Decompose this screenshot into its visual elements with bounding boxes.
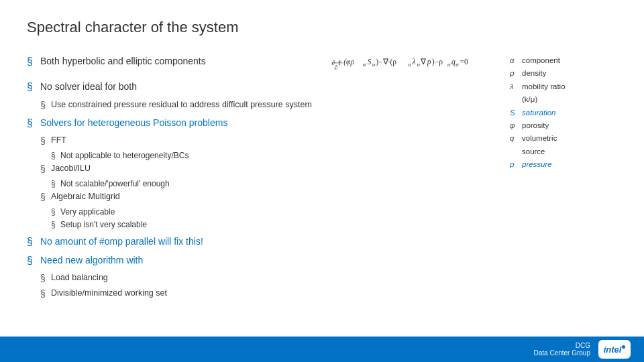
bullet-text-5b: Divisible/minimized working set [51,288,167,300]
bullet-5b: § Divisible/minimized working set [40,288,496,300]
bullet-marker-3b1: § [51,178,60,190]
legend-phi: φ porosity [510,119,617,131]
bullet-marker-3c2: § [51,219,60,231]
bullet-text-2a: Use constrained pressure residual to add… [51,99,312,111]
legend-key-phi: φ [510,119,519,131]
legend-alpha: α component [510,54,617,66]
intel-logo: intel [598,340,631,359]
intel-logo-text: intel [604,345,622,355]
bullet-text-1: Both hyperbolic and elliptic components [40,55,206,68]
legend-label-lambda: mobility ratio [522,80,566,93]
bullet-text-3b1: Not scalable/'powerful' enough [60,178,170,190]
bullet-text-5a: Load balancing [51,272,108,284]
bullet-text-5: Need new algorithm with [40,254,143,267]
svg-text:S: S [368,58,372,66]
equation-svg: ∂ ∂ t (φρ α S o )−∇·(ρ α λ α ∇ p )−ρ [322,51,496,72]
legend-key-alpha: α [510,54,519,66]
legend-source: source [510,145,617,158]
intel-dot-icon [622,345,625,349]
bullet-marker-4: § [27,235,39,248]
footer: DCG Data Center Group intel [0,337,644,362]
footer-text: DCG Data Center Group [534,342,591,357]
legend-label-source: source [522,145,545,158]
main-content: § Both hyperbolic and elliptic component… [27,51,496,302]
legend-label-p: pressure [522,158,552,170]
bullet-text-3c: Algebraic Multigrid [51,191,120,203]
sidebar-legend: α component ρ density λ mobility ratio (… [510,51,617,302]
legend-label-kmu: (k/μ) [522,93,537,105]
bullet-3c2: § Setup isn't very scalable [51,219,496,231]
svg-text:(φρ: (φρ [343,58,354,66]
bullet-marker-3: § [27,117,39,129]
bullet-3b: § Jacobi/ILU [40,163,496,175]
legend-key-kmu [510,93,519,105]
bullet-4: § No amount of #omp parallel will fix th… [27,235,496,249]
bullet-marker-3c1: § [51,206,60,218]
legend-kmu: (k/μ) [510,93,617,105]
legend-lambda: λ mobility ratio [510,80,617,93]
bullet-text-3a: FFT [51,135,66,147]
bullet-1: § Both hyperbolic and elliptic component… [27,55,317,68]
bullet-text-3: Solvers for heterogeneous Poisson proble… [40,117,227,130]
bullet-marker-3c: § [40,191,51,203]
slide-title: Spectral character of the system [27,19,617,36]
bullet-2: § No solver ideal for both [27,80,496,94]
svg-text:=0: =0 [460,58,469,66]
bullet-text-3a1: Not applicable to heterogeneity/BCs [60,150,189,162]
legend-label-rho: density [522,67,546,79]
bullet-1-row: § Both hyperbolic and elliptic component… [27,51,496,72]
svg-text:o: o [372,61,376,68]
bullet-marker-5b: § [40,288,51,300]
slide: Spectral character of the system § Both … [0,0,644,362]
legend-label-s: saturation [522,107,556,119]
legend-key-q: q [510,132,519,144]
legend-label-q: volumetric [522,132,557,144]
svg-text:p: p [427,58,431,66]
bullet-3c1: § Very applicable [51,206,496,218]
svg-text:λ: λ [411,58,415,66]
legend-q: q volumetric [510,132,617,144]
svg-text:)−∇·(ρ: )−∇·(ρ [376,58,396,66]
bullet-text-3c2: Setup isn't very scalable [60,219,147,231]
bullet-5a: § Load balancing [40,272,496,284]
bullet-3b1: § Not scalable/'powerful' enough [51,178,496,190]
bullet-text-4: No amount of #omp parallel will fix this… [40,235,203,249]
bullet-marker-5: § [27,254,39,267]
footer-full-name: Data Center Group [534,349,591,357]
svg-text:α: α [408,61,411,68]
bullet-marker-3a1: § [51,150,60,162]
bullet-marker-3b: § [40,163,51,175]
legend-key-s: S [510,107,519,119]
bullet-3a1: § Not applicable to heterogeneity/BCs [51,150,496,162]
legend-s: S saturation [510,107,617,119]
bullet-3a: § FFT [40,135,496,147]
svg-text:)−ρ: )−ρ [432,58,443,66]
bullet-5: § Need new algorithm with [27,254,496,267]
bullet-2a: § Use constrained pressure residual to a… [40,99,496,111]
svg-text:α: α [417,61,421,68]
legend-label-phi: porosity [522,119,549,131]
bullet-marker-3a: § [40,135,51,147]
legend-key-source [510,145,519,158]
legend-rho: ρ density [510,67,617,79]
legend-key-p: p [510,158,519,170]
svg-text:∇: ∇ [420,58,427,66]
svg-text:α: α [455,61,459,68]
svg-text:α: α [447,61,451,68]
bullet-text-3b: Jacobi/ILU [51,163,91,175]
legend-label-alpha: component [522,54,560,66]
legend-key-rho: ρ [510,67,519,79]
content-area: § Both hyperbolic and elliptic component… [27,51,617,302]
bullet-marker-2a: § [40,99,51,111]
legend-key-lambda: λ [510,80,519,93]
svg-text:α: α [363,61,366,68]
svg-text:∂
            ∂
            t: ∂ ∂ t [331,58,341,70]
bullet-3: § Solvers for heterogeneous Poisson prob… [27,117,496,130]
svg-text:q: q [451,58,455,66]
bullet-text-2: No solver ideal for both [40,80,137,94]
legend-p: p pressure [510,158,617,170]
bullet-marker-1: § [27,55,39,68]
footer-group: DCG [534,342,591,349]
bullet-3c: § Algebraic Multigrid [40,191,496,203]
bullet-marker-2: § [27,80,39,93]
